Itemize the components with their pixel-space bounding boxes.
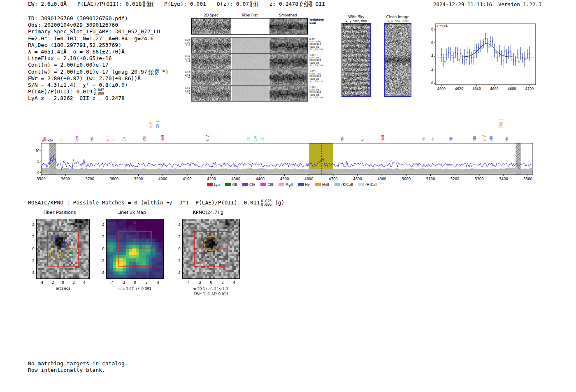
info-line-11-text: P(LAE)/P(OII): 0.019 bbox=[28, 88, 93, 95]
lineflux-caption: s/b: 1.67 +/- 0.091 bbox=[106, 287, 164, 291]
spec2d-right-label: 301_LU_079 bbox=[309, 80, 326, 83]
compass-east-label: E bbox=[184, 247, 186, 251]
header-seg3-uncertainty: 0.070.07 bbox=[250, 1, 258, 7]
spec2d-canvas-r1c2 bbox=[269, 38, 307, 53]
x-tick-label: -4 bbox=[186, 281, 190, 285]
info-line-11-lower: 0.009 bbox=[94, 92, 105, 95]
spec2d-canvas-r3c2 bbox=[269, 70, 307, 85]
spec2d-row0-col1 bbox=[232, 19, 269, 34]
spec2d-row2-col1 bbox=[232, 54, 269, 69]
cutout-frame bbox=[183, 219, 240, 279]
spec2d-canvas-r3c1 bbox=[232, 70, 269, 85]
spectral-line-label: NV bbox=[341, 137, 344, 141]
spectral-line-label: OIII bbox=[473, 136, 477, 141]
spec2d-canvas-r2c0 bbox=[192, 54, 231, 69]
2d-spec-cutout-stack: WeightedSum0.241.900150.61"(582, 888)202… bbox=[191, 18, 308, 102]
svg-text:8: 8 bbox=[431, 28, 433, 31]
y-tick-label: -4 bbox=[95, 271, 105, 275]
spectral-line-label: CIII] { bbox=[499, 119, 503, 128]
spectral-line-label: SiIV bbox=[483, 135, 486, 141]
x-tick-label: 0 bbox=[134, 281, 136, 285]
spec2d-row2-col2 bbox=[269, 54, 307, 69]
lineflux-map-panel: Lineflux Map NE -4-4-2-2002244 bbox=[95, 210, 169, 288]
info-line-8-post: *) bbox=[159, 69, 168, 75]
clean-image bbox=[385, 24, 411, 96]
header-segment-1: P(LAE)/P(OII): 0.0180.0330.008 bbox=[77, 1, 153, 7]
spec2d-left-label: 034 bbox=[182, 76, 190, 79]
fiber-circle-green bbox=[63, 247, 73, 257]
spec2d-row0-col2 bbox=[269, 19, 307, 34]
clean-image-coords: x, y: 582, 888 bbox=[381, 19, 414, 23]
svg-text:4500: 4500 bbox=[280, 177, 289, 181]
header-seg2-text: P(Lyα): 0.001 bbox=[164, 1, 206, 7]
legend-label: (K)CaII bbox=[341, 183, 353, 187]
svg-text:5000: 5000 bbox=[402, 177, 411, 181]
fiber-circle-blue bbox=[55, 237, 65, 248]
svg-text:4800: 4800 bbox=[353, 177, 362, 181]
y-tick-label: 4 bbox=[25, 223, 35, 227]
fiber-circle bbox=[56, 257, 66, 268]
header-segment-0: EW: 2.6±0.8Å bbox=[28, 1, 67, 7]
legend-label: OII bbox=[232, 183, 237, 187]
kpno-g-panel: KPNO(24.7) g NE -4-4-2-2002244 bbox=[171, 210, 246, 288]
y-tick-label: 0 bbox=[25, 247, 35, 251]
x-tick-label: -4 bbox=[110, 281, 114, 285]
spec2d-canvas-r3c0 bbox=[192, 70, 231, 85]
legend-label: Lyα bbox=[214, 183, 220, 187]
fiber-positions-overlay: NE bbox=[36, 219, 90, 279]
lineflux-map-title: Lineflux Map bbox=[95, 210, 169, 215]
fiber-positions-plot: NE bbox=[36, 219, 90, 279]
header-seg4-lower: 0.2478 bbox=[300, 4, 312, 7]
header-segment-3: Q(z): 0.070.070.07 bbox=[217, 1, 259, 7]
svg-text:4700: 4700 bbox=[329, 177, 338, 181]
col-title-2d-spec: 2D Spec bbox=[191, 13, 231, 17]
spectral-line-label: HeII bbox=[381, 135, 385, 141]
cutout-frame bbox=[107, 219, 164, 279]
info-line-10-text: S/N = 4.3(±1.4) χ² = 0.8(±0.0) bbox=[28, 82, 128, 88]
legend-item-1: OII bbox=[225, 183, 237, 187]
svg-text:5: 5 bbox=[37, 160, 39, 164]
legend-swatch bbox=[315, 183, 321, 186]
spec2d-row3-col2 bbox=[269, 70, 307, 85]
spec2d-canvas-r4c1 bbox=[232, 86, 269, 101]
svg-text:2: 2 bbox=[431, 68, 433, 72]
info-line-10: S/N = 4.3(±1.4) χ² = 0.8(±0.0) bbox=[28, 82, 169, 88]
svg-text:5100: 5100 bbox=[426, 177, 435, 181]
info-line-8-text: Cont(w) = 2.00(±0.01)e-17 (gmag 20.97 bbox=[28, 69, 147, 75]
full-spectrum-plot: 3500360037003800390040004100420043004400… bbox=[36, 110, 542, 188]
info-line-5: λ = 4651.41Å σ = 8.68(±2.70)Å bbox=[28, 49, 169, 55]
x-tick-label: -2 bbox=[122, 281, 125, 285]
info-line-6: LineFlux = 2.10(±0.65)e-16 bbox=[28, 55, 169, 62]
spec2d-row-3: 0.172.610341.05"(580, 720)20200104v029_0… bbox=[191, 70, 308, 86]
kpno-caption-2: EWr: 1. PLAE: 0.011 bbox=[182, 292, 240, 296]
mosaic-header-post: (g) bbox=[272, 199, 284, 206]
spectral-line-label: SiII bbox=[106, 137, 109, 141]
with-sky-title: With Sky bbox=[341, 15, 372, 19]
header-seg4-uncertainty: 0.24780.2478 bbox=[300, 1, 312, 7]
x-tick-label: 4 bbox=[157, 281, 159, 285]
y-tick-label: -2 bbox=[171, 259, 181, 263]
spectral-line-label: SiII bbox=[361, 137, 365, 141]
y-tick-label: 0 bbox=[95, 247, 105, 251]
spec2d-canvas-r0c2 bbox=[269, 19, 307, 34]
header-seg4-text: z: 0.2478 bbox=[269, 1, 298, 7]
svg-text:4: 4 bbox=[431, 54, 433, 58]
legend-item-6: HeII bbox=[315, 183, 329, 187]
info-line-7-text: Cont(n) = 2.00(±0.00)e-17 bbox=[28, 62, 109, 68]
spectral-line-label: OVI bbox=[143, 136, 146, 141]
spec2d-row-1: 0.241.900150.61"(582, 888)20200104v029_0… bbox=[191, 37, 308, 53]
lineflux-map-plot: NE bbox=[106, 219, 164, 279]
info-line-2: Primary Spec_Slot_IFU_AMP: 301_052_072_L… bbox=[28, 28, 169, 35]
with-sky-image-panel bbox=[341, 23, 371, 97]
spec2d-row1-col1 bbox=[232, 38, 269, 53]
legend-label: Hγ bbox=[305, 183, 310, 187]
spectral-line-label: Hγ bbox=[505, 137, 509, 141]
spectral-line-label: SiIV { bbox=[149, 119, 153, 128]
info-line-0: ID: 3090126760 (3090126760.pdf) bbox=[28, 15, 169, 22]
info-line-1-text: Obs: 20200104v029_3090126760 bbox=[28, 22, 118, 28]
svg-text:5300: 5300 bbox=[475, 177, 484, 181]
spec2d-right-labels-1: 0.61"(582, 888)20200104v029_01301_LU_098 bbox=[309, 38, 326, 51]
fiber-positions-title: Fiber Positions bbox=[25, 210, 95, 215]
svg-text:4620: 4620 bbox=[455, 87, 463, 91]
spec2d-row1-col0 bbox=[192, 38, 231, 53]
